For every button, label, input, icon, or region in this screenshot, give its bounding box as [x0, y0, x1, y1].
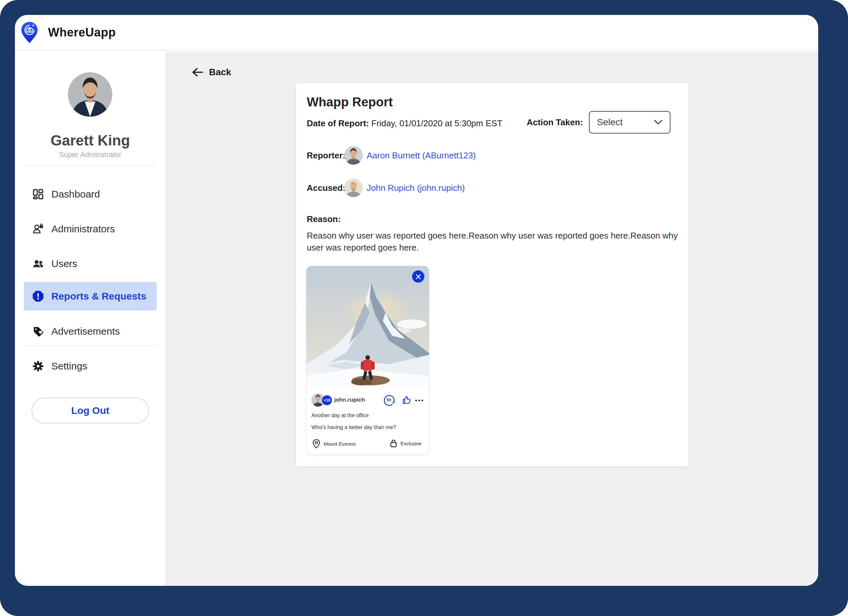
report-date-row: Date of Report: Friday, 01/01/2020 at 5:…	[307, 118, 503, 129]
back-arrow-icon	[190, 66, 204, 78]
report-alert-icon	[32, 290, 44, 302]
sidebar-item-label: Administrators	[51, 223, 115, 235]
post-visibility: Exclusive	[390, 439, 421, 448]
back-label: Back	[209, 67, 231, 77]
action-taken-group: Action Taken: Select	[527, 111, 670, 134]
post-location: Mount Everest	[312, 439, 356, 448]
sidebar-item-advertisements[interactable]: Advertisements	[24, 317, 157, 346]
app-logo-icon	[21, 22, 38, 43]
close-icon[interactable]	[412, 270, 424, 283]
thumbs-up-icon[interactable]	[402, 395, 411, 405]
report-title: Whapp Report	[307, 95, 393, 109]
sidebar-item-label: Users	[51, 258, 77, 269]
sidebar-item-users[interactable]: Users	[24, 249, 157, 278]
post-image	[306, 266, 429, 387]
accused-link[interactable]: John Rupich (john.rupich)	[367, 183, 465, 193]
app-window: WhereUapp Garett King Super Adminstrator	[15, 15, 818, 586]
sidebar-item-label: Reports & Requests	[51, 291, 147, 302]
post-caption-2: Who's having a better day than me?	[311, 425, 396, 430]
post-meta-row: Mount Everest Exclusive	[306, 439, 429, 449]
reason-text: Reason why user was reported goes here.R…	[307, 230, 678, 254]
reporter-row: Reporter: Aaron Burnett (ABurnett123)	[307, 146, 476, 165]
profile-role: Super Adminstrator	[15, 150, 166, 159]
date-label: Date of Report:	[307, 118, 369, 128]
post-username: john.rupich	[334, 396, 365, 403]
extra-users-badge: +10	[322, 395, 332, 405]
sidebar-item-label: Settings	[51, 361, 87, 372]
accused-label: Accused:	[307, 183, 344, 193]
sidebar-item-label: Dashboard	[51, 189, 100, 200]
sidebar-item-reports-requests[interactable]: Reports & Requests	[24, 282, 157, 310]
post-options-icon[interactable]: •••	[415, 397, 424, 404]
reporter-label: Reporter:	[307, 150, 344, 161]
accused-avatar	[344, 179, 363, 197]
sidebar-item-administrators[interactable]: Administrators	[24, 215, 157, 243]
timer-icon: 5h	[384, 394, 396, 406]
post-visibility-label: Exclusive	[400, 441, 421, 446]
profile-name: Garett King	[15, 132, 166, 149]
profile-avatar	[68, 72, 112, 117]
reported-post-card: +10 john.rupich 5h	[306, 266, 429, 455]
accused-row: Accused: John Rupich (john.rupich)	[307, 179, 465, 197]
app-header: WhereUapp	[15, 15, 818, 51]
sidebar-item-label: Advertisements	[51, 326, 120, 337]
sidebar: Garett King Super Adminstrator Dashboard	[15, 52, 166, 586]
screenshot-canvas: WhereUapp Garett King Super Adminstrator	[0, 0, 848, 616]
admin-shield-icon	[32, 223, 44, 235]
post-header-row: +10 john.rupich 5h	[306, 393, 429, 407]
main-content: Back Whapp Report Date of Report: Friday…	[166, 52, 818, 586]
post-location-label: Mount Everest	[324, 441, 356, 447]
reporter-avatar	[344, 146, 363, 165]
action-taken-value: Select	[597, 117, 623, 128]
gear-icon	[32, 360, 44, 372]
sidebar-divider	[24, 345, 157, 346]
chevron-down-icon	[654, 120, 663, 125]
reporter-link[interactable]: Aaron Burnett (ABurnett123)	[367, 150, 476, 161]
location-pin-icon	[312, 439, 320, 448]
post-caption-1: Another day at the office	[311, 413, 369, 419]
lock-icon	[390, 439, 397, 448]
sidebar-divider	[24, 165, 157, 166]
time-left: 5h	[384, 398, 394, 402]
sidebar-item-dashboard[interactable]: Dashboard	[24, 180, 157, 208]
reason-label: Reason:	[307, 214, 341, 224]
device-frame: WhereUapp Garett King Super Adminstrator	[0, 0, 848, 616]
action-taken-select[interactable]: Select	[589, 111, 670, 134]
back-button[interactable]: Back	[190, 66, 231, 78]
app-title: WhereUapp	[48, 25, 116, 39]
dashboard-icon	[32, 188, 44, 200]
action-taken-label: Action Taken:	[527, 117, 583, 128]
sidebar-item-settings[interactable]: Settings	[24, 352, 157, 380]
users-icon	[32, 258, 44, 270]
date-value: Friday, 01/01/2020 at 5:30pm EST	[369, 118, 503, 128]
report-card: Whapp Report Date of Report: Friday, 01/…	[296, 83, 689, 466]
logout-button[interactable]: Log Out	[31, 398, 149, 423]
ad-tag-icon	[32, 325, 44, 337]
